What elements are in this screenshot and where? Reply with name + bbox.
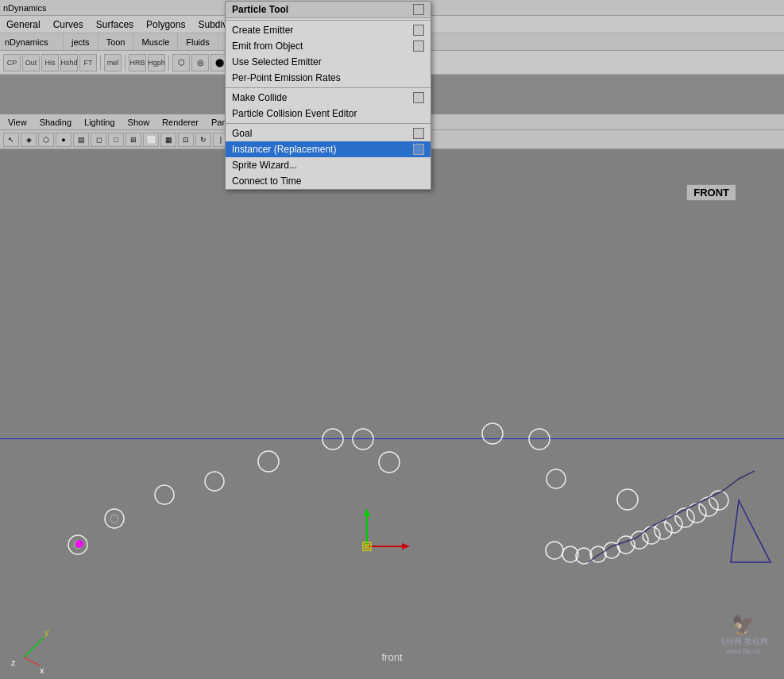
svg-point-0 [68, 535, 87, 554]
vp-btn-9[interactable]: ⬜ [143, 133, 159, 147]
menu-collision-event-editor[interactable]: Particle Collision Event Editor [226, 106, 431, 122]
svg-point-26 [709, 491, 728, 510]
btn-out[interactable]: Out [22, 54, 40, 71]
icon-btn-1[interactable]: ⬡ [172, 54, 190, 71]
svg-point-27 [617, 489, 638, 510]
svg-point-12 [546, 469, 566, 488]
vp-btn-8[interactable]: ⊞ [126, 133, 141, 147]
emit-object-icon [413, 41, 424, 52]
svg-point-20 [643, 527, 660, 544]
vp-btn-3[interactable]: ⬡ [38, 133, 54, 147]
vp-btn-4[interactable]: ● [56, 133, 71, 147]
menu-surfaces[interactable]: Surfaces [90, 17, 140, 32]
instancer-icon [413, 144, 424, 155]
menu-general[interactable]: General [0, 17, 47, 32]
svg-line-36 [24, 638, 44, 658]
svg-point-7 [322, 429, 343, 449]
btn-mel[interactable]: mel [104, 54, 122, 71]
tab-muscle[interactable]: Muscle [133, 33, 178, 50]
btn-hrb[interactable]: HRB [129, 54, 146, 71]
make-collide-icon [413, 92, 424, 103]
vp-btn-10[interactable]: ▦ [160, 133, 176, 147]
dropdown-header: Particle Tool [226, 2, 431, 18]
vp-btn-12[interactable]: ↻ [195, 133, 211, 147]
svg-point-18 [617, 536, 635, 554]
svg-point-22 [665, 515, 682, 533]
vp-btn-11[interactable]: ⊡ [178, 133, 194, 147]
dropdown-icon [413, 4, 424, 15]
menu-use-selected-emitter[interactable]: Use Selected Emitter [226, 54, 431, 70]
svg-point-3 [110, 515, 118, 523]
svg-point-4 [155, 485, 174, 504]
vp-menu-shading[interactable]: Shading [35, 117, 76, 128]
svg-point-24 [687, 503, 706, 523]
svg-point-1 [74, 541, 82, 549]
dropdown-sep3 [226, 123, 431, 124]
svg-point-14 [562, 546, 578, 562]
btn-ft[interactable]: FT [79, 54, 97, 71]
vp-menu-view[interactable]: View [3, 117, 32, 128]
menu-emit-from-object[interactable]: Emit from Object [226, 38, 431, 54]
svg-rect-35 [365, 544, 369, 549]
svg-point-21 [655, 522, 672, 539]
vp-btn-1[interactable]: ↖ [3, 133, 19, 147]
btn-hshd[interactable]: Hshd [60, 54, 78, 71]
btn-cp[interactable]: CP [3, 54, 21, 71]
svg-marker-29 [731, 500, 770, 562]
svg-point-8 [353, 429, 373, 449]
vp-menu-show[interactable]: Show [123, 117, 155, 128]
menu-connect-to-time[interactable]: Connect to Time [226, 173, 431, 189]
svg-point-28 [75, 540, 83, 548]
toolbar-sep2 [125, 55, 126, 71]
svg-point-5 [205, 472, 224, 491]
svg-line-38 [24, 658, 40, 665]
tab-jects[interactable]: jects [64, 33, 98, 50]
create-emitter-icon [413, 25, 424, 36]
menu-curves[interactable]: Curves [47, 17, 90, 32]
menu-goal[interactable]: Goal [226, 125, 431, 141]
svg-point-25 [699, 497, 718, 516]
horizon-line [0, 438, 784, 439]
dropdown-title: Particle Tool [232, 4, 288, 15]
vp-btn-5[interactable]: ▤ [73, 133, 89, 147]
menu-create-emitter[interactable]: Create Emitter [226, 22, 431, 38]
dropdown-sep1 [226, 20, 431, 21]
vp-btn-6[interactable]: ◻ [91, 133, 106, 147]
svg-point-6 [258, 451, 279, 472]
goal-icon [413, 128, 424, 139]
vp-btn-7[interactable]: □ [108, 133, 124, 147]
menu-make-collide[interactable]: Make Collide [226, 90, 431, 106]
icon-btn-2[interactable]: ◎ [191, 54, 209, 71]
svg-text:z: z [11, 658, 16, 667]
front-text: front [381, 651, 402, 663]
btn-hgph[interactable]: Hgph [148, 54, 165, 71]
svg-marker-33 [402, 543, 410, 550]
svg-rect-34 [363, 542, 371, 550]
dropdown-menu[interactable]: Particle Tool Create Emitter Emit from O… [225, 1, 431, 190]
vp-menu-renderer[interactable]: Renderer [157, 117, 203, 128]
menu-per-point-emission[interactable]: Per-Point Emission Rates [226, 70, 431, 86]
title-text: nDynamics [3, 3, 46, 13]
toolbar-sep3 [168, 55, 169, 71]
vp-menu-lighting[interactable]: Lighting [79, 117, 120, 128]
svg-point-19 [631, 531, 648, 549]
svg-point-2 [105, 509, 124, 528]
svg-point-9 [379, 452, 400, 473]
particle-field: y x z [0, 149, 784, 679]
menu-instancer-replacement[interactable]: Instancer (Replacement) [226, 141, 431, 157]
tab-toon[interactable]: Toon [98, 33, 134, 50]
menu-polygons[interactable]: Polygons [140, 17, 191, 32]
svg-point-17 [604, 542, 620, 558]
btn-his[interactable]: His [41, 54, 59, 71]
viewport[interactable]: View Shading Lighting Show Renderer Pane… [0, 114, 784, 679]
svg-point-16 [590, 546, 606, 562]
vp-btn-2[interactable]: ◈ [21, 133, 37, 147]
svg-point-23 [675, 508, 694, 527]
svg-point-10 [482, 423, 503, 444]
viewport-3d[interactable]: FRONT [0, 149, 784, 679]
dropdown-sep2 [226, 87, 431, 88]
menu-sprite-wizard[interactable]: Sprite Wizard... [226, 157, 431, 173]
tab-fluids[interactable]: Fluids [178, 33, 218, 50]
app-label: nDynamics [0, 33, 64, 50]
svg-marker-31 [364, 508, 370, 516]
